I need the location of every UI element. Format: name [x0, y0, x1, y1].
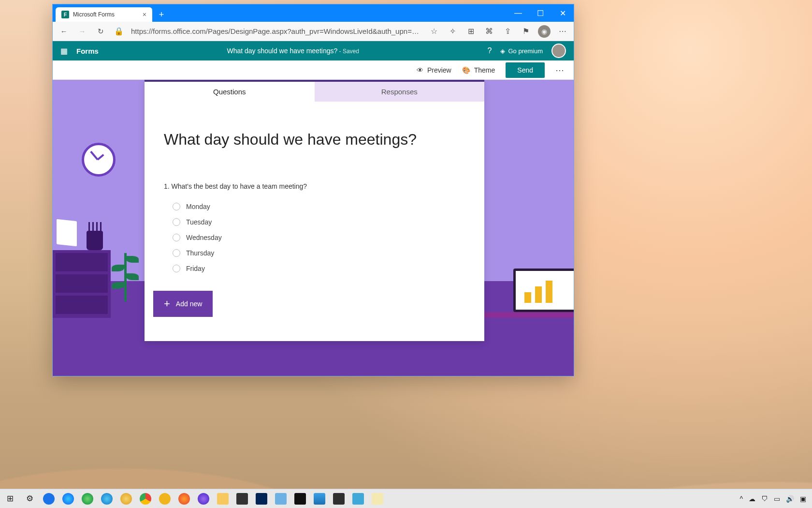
share-icon[interactable]: ⇪	[501, 27, 514, 36]
new-tab-button[interactable]: +	[154, 7, 169, 22]
taskbar-app-firefox[interactable]	[176, 491, 192, 507]
collections-icon[interactable]: ⊞	[464, 27, 477, 36]
taskbar-app-edge-beta[interactable]	[79, 491, 96, 507]
browser-toolbar: ← → ↻ 🔒 https://forms.office.com/Pages/D…	[53, 22, 574, 41]
go-premium-button[interactable]: ◈ Go premium	[500, 47, 543, 55]
browser-tab-active[interactable]: F Microsoft Forms ×	[56, 7, 152, 22]
browser-menu-icon[interactable]: ⋯	[556, 27, 569, 36]
window-close-button[interactable]: ✕	[551, 4, 574, 22]
palette-icon: 🎨	[462, 66, 470, 74]
tab-questions[interactable]: Questions	[145, 82, 315, 102]
option-row[interactable]: Thursday	[164, 245, 465, 261]
taskbar-app-misc2[interactable]	[350, 491, 366, 507]
nav-forward-button[interactable]: →	[76, 27, 88, 35]
option-label: Tuesday	[186, 218, 212, 226]
taskbar-app-edge-canary[interactable]	[118, 491, 134, 507]
add-new-label: Add new	[176, 300, 202, 308]
theme-label: Theme	[474, 66, 495, 74]
option-row[interactable]: Tuesday	[164, 214, 465, 230]
nav-back-button[interactable]: ←	[58, 27, 70, 35]
tab-responses[interactable]: Responses	[315, 82, 485, 102]
taskbar-app-edge-dev[interactable]	[99, 491, 115, 507]
option-row[interactable]: Wednesday	[164, 230, 465, 245]
preview-button[interactable]: 👁 Preview	[417, 66, 451, 74]
plus-icon: +	[164, 298, 170, 310]
window-maximize-button[interactable]: ☐	[529, 4, 551, 22]
taskbar-app-edge[interactable]	[60, 491, 76, 507]
taskbar-app-mail[interactable]	[273, 491, 289, 507]
app-launcher-icon[interactable]: ▦	[60, 46, 69, 56]
taskbar-app-firefox-nightly[interactable]	[195, 491, 212, 507]
taskbar-app-powershell[interactable]	[253, 491, 270, 507]
onedrive-icon[interactable]: ☁	[749, 495, 755, 503]
tab-favicon: F	[61, 11, 69, 18]
network-icon[interactable]: ▭	[774, 495, 780, 503]
favorites-pin-icon[interactable]: ✧	[446, 27, 459, 36]
nav-refresh-button[interactable]: ↻	[94, 27, 107, 36]
document-title-area[interactable]: What day should we have meetings? - Save…	[106, 47, 480, 55]
system-tray[interactable]: ^ ☁ ⛉ ▭ 🔊 ▣	[740, 495, 810, 503]
question-text: What's the best day to have a team meeti…	[172, 182, 307, 190]
tab-title: Microsoft Forms	[73, 11, 115, 18]
start-button[interactable]: ⊞	[2, 491, 18, 507]
extensions-icon[interactable]: ⌘	[483, 27, 495, 36]
question-1[interactable]: 1. What's the best day to have a team me…	[164, 182, 465, 190]
profile-avatar[interactable]: ◉	[538, 25, 551, 38]
option-label: Wednesday	[186, 234, 222, 241]
form-card: Questions Responses What day should we h…	[145, 80, 484, 341]
help-button[interactable]: ?	[488, 46, 492, 55]
window-titlebar[interactable]: F Microsoft Forms × + — ☐ ✕	[53, 4, 574, 22]
o365-header: ▦ Forms What day should we have meetings…	[53, 41, 574, 60]
window-minimize-button[interactable]: —	[507, 4, 529, 22]
taskbar-app-misc1[interactable]	[331, 491, 347, 507]
tab-close-icon[interactable]: ×	[143, 11, 146, 18]
windows-taskbar[interactable]: ⊞ ⚙ ^ ☁ ⛉ ▭ 🔊 ▣	[0, 489, 812, 508]
option-label: Monday	[186, 203, 210, 210]
radio-icon	[173, 265, 180, 272]
lock-icon[interactable]: 🔒	[113, 27, 125, 36]
radio-icon	[173, 203, 180, 210]
volume-icon[interactable]: 🔊	[786, 495, 794, 503]
pencil-cup-illustration	[87, 231, 103, 250]
security-icon[interactable]: ⛉	[761, 495, 768, 503]
taskbar-app-explorer[interactable]	[215, 491, 231, 507]
taskbar-app-notepad[interactable]	[369, 491, 386, 507]
send-button[interactable]: Send	[506, 62, 545, 78]
product-name[interactable]: Forms	[76, 47, 99, 55]
status-sep: -	[337, 48, 343, 55]
taskbar-app-terminal[interactable]	[292, 491, 308, 507]
radio-icon	[173, 218, 180, 226]
radio-icon	[173, 249, 180, 257]
theme-button[interactable]: 🎨 Theme	[462, 66, 495, 74]
taskbar-app-chrome[interactable]	[137, 491, 154, 507]
form-more-icon[interactable]: ⋯	[555, 65, 564, 75]
monitor-illustration	[513, 269, 574, 312]
tray-chevron-up-icon[interactable]: ^	[740, 495, 743, 503]
form-title[interactable]: What day should we have meetings?	[164, 131, 465, 149]
add-new-button[interactable]: + Add new	[153, 291, 213, 317]
radio-icon	[173, 234, 180, 241]
taskbar-app[interactable]	[41, 491, 57, 507]
form-canvas: Questions Responses What day should we h…	[53, 80, 574, 376]
taskbar-app-chrome-canary[interactable]	[157, 491, 173, 507]
action-center-icon[interactable]: ▣	[800, 495, 806, 503]
favorite-star-icon[interactable]: ☆	[428, 27, 440, 36]
taskbar-app-photo[interactable]	[311, 491, 328, 507]
address-bar[interactable]: https://forms.office.com/Pages/DesignPag…	[131, 27, 422, 35]
form-toolbar: 👁 Preview 🎨 Theme Send ⋯	[53, 60, 574, 80]
account-avatar[interactable]	[551, 44, 566, 58]
option-row[interactable]: Friday	[164, 261, 465, 276]
option-label: Thursday	[186, 249, 214, 257]
go-premium-label: Go premium	[508, 47, 543, 55]
preview-label: Preview	[427, 66, 451, 74]
cabinet-illustration	[53, 250, 111, 318]
paper-illustration	[57, 219, 77, 246]
settings-icon[interactable]: ⚙	[21, 491, 38, 507]
question-number: 1.	[164, 182, 170, 190]
browser-window: F Microsoft Forms × + — ☐ ✕ ← → ↻ 🔒 http…	[52, 4, 574, 376]
option-label: Friday	[186, 265, 205, 272]
option-row[interactable]: Monday	[164, 199, 465, 214]
taskbar-app-store[interactable]	[234, 491, 250, 507]
read-aloud-icon[interactable]: ⚑	[520, 27, 532, 36]
form-tabs: Questions Responses	[145, 80, 484, 102]
